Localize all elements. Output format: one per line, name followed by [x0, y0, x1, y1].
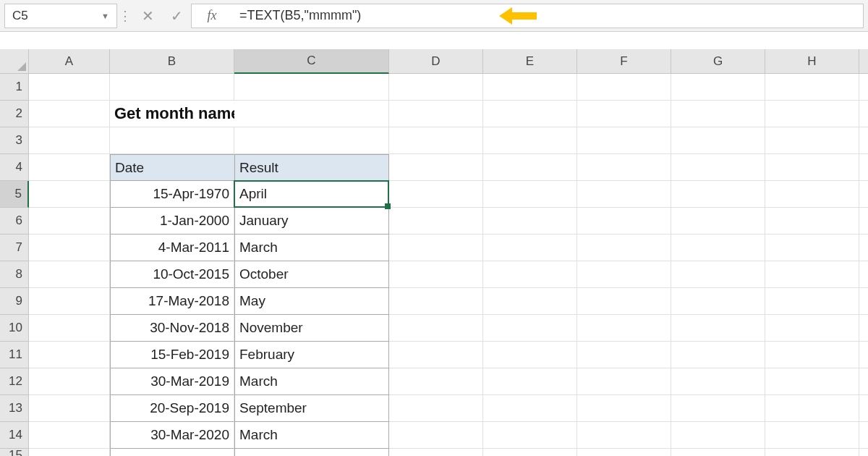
cell-A9[interactable] — [29, 288, 110, 315]
cell-I6[interactable] — [859, 208, 868, 235]
cell-E4[interactable] — [483, 154, 577, 181]
row-header-7[interactable]: 7 — [0, 235, 29, 261]
col-header-D[interactable]: D — [389, 49, 483, 74]
cell-H11[interactable] — [765, 342, 859, 368]
cell-G2[interactable] — [671, 101, 765, 127]
cell-F15[interactable] — [577, 449, 671, 456]
cell-B5[interactable]: 15-Apr-1970 — [110, 181, 234, 208]
cell-C3[interactable] — [234, 127, 389, 154]
cell-E1[interactable] — [483, 74, 577, 101]
cell-E13[interactable] — [483, 395, 577, 422]
row-header-8[interactable]: 8 — [0, 261, 29, 288]
cell-C6[interactable]: January — [234, 208, 389, 235]
enter-icon[interactable]: ✓ — [162, 4, 191, 28]
cell-F13[interactable] — [577, 395, 671, 422]
cancel-icon[interactable]: ✕ — [133, 4, 162, 28]
cell-F11[interactable] — [577, 342, 671, 368]
cell-I12[interactable] — [859, 368, 868, 395]
row-header-13[interactable]: 13 — [0, 395, 29, 422]
cell-E7[interactable] — [483, 235, 577, 261]
fx-button[interactable]: fx — [191, 4, 229, 28]
cell-C10[interactable]: November — [234, 315, 389, 342]
cell-C9[interactable]: May — [234, 288, 389, 315]
row-header-5[interactable]: 5 — [0, 181, 29, 208]
col-header-A[interactable]: A — [29, 49, 110, 74]
cell-E6[interactable] — [483, 208, 577, 235]
cell-F14[interactable] — [577, 422, 671, 449]
cell-A12[interactable] — [29, 368, 110, 395]
cell-B9[interactable]: 17-May-2018 — [110, 288, 234, 315]
cell-H13[interactable] — [765, 395, 859, 422]
cell-G14[interactable] — [671, 422, 765, 449]
row-header-3[interactable]: 3 — [0, 127, 29, 154]
cell-G3[interactable] — [671, 127, 765, 154]
cell-G4[interactable] — [671, 154, 765, 181]
cell-C1[interactable] — [234, 74, 389, 101]
cell-C2[interactable] — [234, 101, 389, 127]
cell-G11[interactable] — [671, 342, 765, 368]
cell-B1[interactable] — [110, 74, 234, 101]
cell-G15[interactable] — [671, 449, 765, 456]
page-title[interactable]: Get month name from date — [110, 101, 234, 127]
cell-D10[interactable] — [389, 315, 483, 342]
cell-I15[interactable] — [859, 449, 868, 456]
cell-A7[interactable] — [29, 235, 110, 261]
cell-E5[interactable] — [483, 181, 577, 208]
cell-G13[interactable] — [671, 395, 765, 422]
cell-E10[interactable] — [483, 315, 577, 342]
row-header-4[interactable]: 4 — [0, 154, 29, 181]
cell-I13[interactable] — [859, 395, 868, 422]
cell-D15[interactable] — [389, 449, 483, 456]
cell-I7[interactable] — [859, 235, 868, 261]
cell-H5[interactable] — [765, 181, 859, 208]
row-header-15[interactable]: 15 — [0, 449, 29, 456]
row-header-6[interactable]: 6 — [0, 208, 29, 235]
cell-H12[interactable] — [765, 368, 859, 395]
cell-I2[interactable] — [859, 101, 868, 127]
cell-B6[interactable]: 1-Jan-2000 — [110, 208, 234, 235]
cell-D2[interactable] — [389, 101, 483, 127]
cell-G5[interactable] — [671, 181, 765, 208]
row-header-11[interactable]: 11 — [0, 342, 29, 368]
cell-B7[interactable]: 4-Mar-2011 — [110, 235, 234, 261]
row-header-14[interactable]: 14 — [0, 422, 29, 449]
cell-G1[interactable] — [671, 74, 765, 101]
cell-B3[interactable] — [110, 127, 234, 154]
cell-D8[interactable] — [389, 261, 483, 288]
cell-C8[interactable]: October — [234, 261, 389, 288]
cell-D11[interactable] — [389, 342, 483, 368]
cell-H9[interactable] — [765, 288, 859, 315]
cell-A5[interactable] — [29, 181, 110, 208]
col-header-G[interactable]: G — [671, 49, 765, 74]
cell-H6[interactable] — [765, 208, 859, 235]
cell-B10[interactable]: 30-Nov-2018 — [110, 315, 234, 342]
cell-D12[interactable] — [389, 368, 483, 395]
cell-G7[interactable] — [671, 235, 765, 261]
cell-B15[interactable]: 3-Dec-2021 — [110, 449, 234, 456]
cell-F2[interactable] — [577, 101, 671, 127]
cell-G8[interactable] — [671, 261, 765, 288]
cell-I14[interactable] — [859, 422, 868, 449]
cell-F3[interactable] — [577, 127, 671, 154]
cell-D6[interactable] — [389, 208, 483, 235]
cell-G9[interactable] — [671, 288, 765, 315]
select-all-corner[interactable] — [0, 49, 29, 74]
cell-F6[interactable] — [577, 208, 671, 235]
cell-D7[interactable] — [389, 235, 483, 261]
cell-B12[interactable]: 30-Mar-2019 — [110, 368, 234, 395]
cell-D3[interactable] — [389, 127, 483, 154]
cell-I10[interactable] — [859, 315, 868, 342]
cell-D1[interactable] — [389, 74, 483, 101]
cell-I1[interactable] — [859, 74, 868, 101]
col-header-H[interactable]: H — [765, 49, 859, 74]
cell-B8[interactable]: 10-Oct-2015 — [110, 261, 234, 288]
row-header-2[interactable]: 2 — [0, 101, 29, 127]
cell-E15[interactable] — [483, 449, 577, 456]
col-header-I[interactable]: I — [859, 49, 868, 74]
cell-A14[interactable] — [29, 422, 110, 449]
cell-C13[interactable]: September — [234, 395, 389, 422]
cell-A6[interactable] — [29, 208, 110, 235]
cell-C7[interactable]: March — [234, 235, 389, 261]
cell-C14[interactable]: March — [234, 422, 389, 449]
cell-I3[interactable] — [859, 127, 868, 154]
